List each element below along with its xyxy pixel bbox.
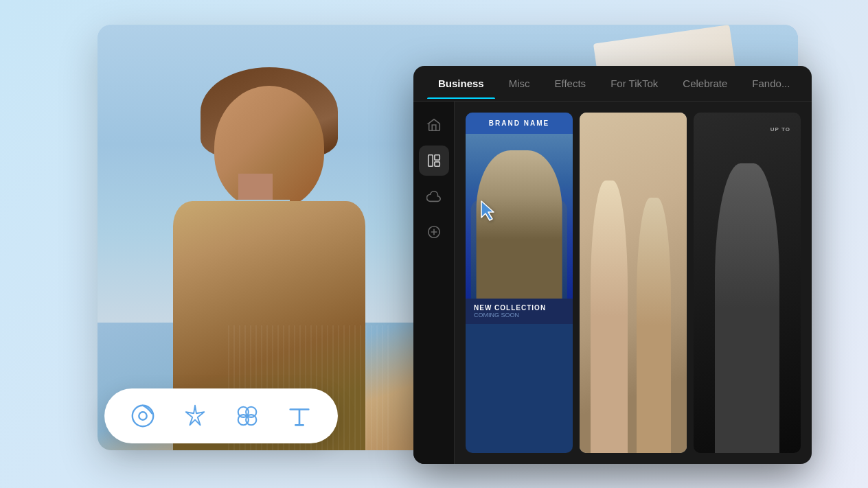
templates-side-button[interactable] <box>419 146 449 176</box>
side-icon-bar <box>413 102 455 464</box>
effects-tool-button[interactable] <box>179 399 212 432</box>
tab-bar: Business Misc Effects For TikTok Celebra… <box>413 66 812 102</box>
clover-icon <box>234 403 260 429</box>
card-1-footer-title: NEW COLLECTION <box>474 304 564 312</box>
bottom-toolbar <box>104 388 338 443</box>
home-side-button[interactable] <box>419 110 449 140</box>
card-1-brand-name: BRAND NAME <box>474 119 564 127</box>
svg-rect-8 <box>434 161 439 165</box>
music-tool-button[interactable] <box>126 399 159 432</box>
tab-misc[interactable]: Misc <box>498 68 541 99</box>
card-3-header-text: UP TO <box>770 126 790 132</box>
card-3-person <box>715 163 779 453</box>
plus-icon <box>426 224 442 240</box>
svg-point-0 <box>133 405 153 426</box>
text-tool-button[interactable] <box>283 399 316 432</box>
cursor-icon <box>479 200 498 222</box>
card-1-header: BRAND NAME <box>466 113 573 134</box>
svg-point-5 <box>246 415 256 425</box>
tab-effects[interactable]: Effects <box>544 68 597 99</box>
template-grid: BRAND NAME NEW COLLECTION COMING SOON <box>466 113 801 453</box>
template-card-1[interactable]: BRAND NAME NEW COLLECTION COMING SOON <box>466 113 573 453</box>
tab-for-tiktok[interactable]: For TikTok <box>599 68 669 99</box>
cloud-icon <box>426 189 442 204</box>
mouse-cursor <box>479 200 498 222</box>
svg-rect-7 <box>434 154 439 159</box>
card-1-footer-subtitle: COMING SOON <box>474 312 564 318</box>
text-icon <box>286 403 312 429</box>
svg-point-1 <box>139 412 146 419</box>
tab-celebrate[interactable]: Celebrate <box>672 68 738 99</box>
template-grid-icon <box>426 153 442 168</box>
card-2-person2 <box>637 198 671 453</box>
templates-panel: Business Misc Effects For TikTok Celebra… <box>413 66 812 464</box>
stickers-tool-button[interactable] <box>231 399 264 432</box>
template-card-3[interactable]: UP TO <box>694 113 801 453</box>
tab-fandom[interactable]: Fando... <box>741 68 801 99</box>
person-neck <box>238 174 273 201</box>
svg-rect-6 <box>428 154 432 166</box>
card-3-image: UP TO <box>694 113 801 453</box>
card-2-image <box>580 113 687 453</box>
cloud-side-button[interactable] <box>419 181 449 211</box>
music-icon <box>130 403 156 429</box>
card-1-footer: NEW COLLECTION COMING SOON <box>466 299 573 324</box>
tab-business[interactable]: Business <box>427 68 495 99</box>
home-icon <box>426 117 442 132</box>
add-side-button[interactable] <box>419 217 449 247</box>
card-1-person-head <box>477 150 562 299</box>
star-sparkle-icon <box>182 403 208 429</box>
template-card-2[interactable] <box>580 113 687 453</box>
templates-content: BRAND NAME NEW COLLECTION COMING SOON <box>455 102 812 464</box>
card-2-person1 <box>591 181 628 453</box>
